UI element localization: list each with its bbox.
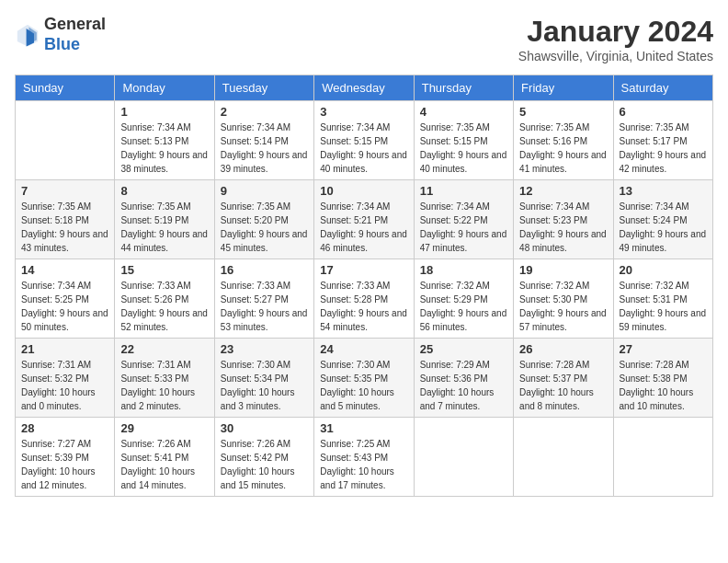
day-cell	[16, 101, 115, 180]
day-info: Sunrise: 7:34 AMSunset: 5:22 PMDaylight:…	[420, 201, 507, 253]
day-cell: 3 Sunrise: 7:34 AMSunset: 5:15 PMDayligh…	[314, 101, 414, 180]
day-header-monday: Monday	[115, 75, 214, 101]
day-cell	[514, 418, 613, 497]
week-row-1: 1 Sunrise: 7:34 AMSunset: 5:13 PMDayligh…	[16, 101, 713, 180]
day-cell	[613, 418, 712, 497]
day-info: Sunrise: 7:35 AMSunset: 5:19 PMDaylight:…	[120, 201, 208, 253]
logo: General Blue	[15, 15, 106, 54]
week-row-5: 28 Sunrise: 7:27 AMSunset: 5:39 PMDaylig…	[16, 418, 713, 497]
day-info: Sunrise: 7:34 AMSunset: 5:13 PMDaylight:…	[120, 122, 208, 174]
day-number: 19	[519, 263, 607, 277]
day-header-saturday: Saturday	[613, 75, 712, 101]
month-title: January 2024	[518, 15, 713, 49]
week-row-2: 7 Sunrise: 7:35 AMSunset: 5:18 PMDayligh…	[16, 180, 713, 259]
day-number: 29	[120, 421, 208, 435]
day-header-sunday: Sunday	[16, 75, 115, 101]
day-cell: 24 Sunrise: 7:30 AMSunset: 5:35 PMDaylig…	[314, 339, 414, 418]
day-cell: 4 Sunrise: 7:35 AMSunset: 5:15 PMDayligh…	[414, 101, 513, 180]
week-row-4: 21 Sunrise: 7:31 AMSunset: 5:32 PMDaylig…	[16, 339, 713, 418]
day-cell: 29 Sunrise: 7:26 AMSunset: 5:41 PMDaylig…	[115, 418, 214, 497]
day-info: Sunrise: 7:32 AMSunset: 5:30 PMDaylight:…	[519, 281, 607, 332]
day-cell: 17 Sunrise: 7:33 AMSunset: 5:28 PMDaylig…	[314, 259, 414, 339]
day-cell: 16 Sunrise: 7:33 AMSunset: 5:27 PMDaylig…	[214, 259, 313, 339]
day-cell: 26 Sunrise: 7:28 AMSunset: 5:37 PMDaylig…	[514, 339, 613, 418]
day-info: Sunrise: 7:30 AMSunset: 5:34 PMDaylight:…	[221, 360, 295, 411]
day-cell: 13 Sunrise: 7:34 AMSunset: 5:24 PMDaylig…	[613, 180, 712, 259]
day-number: 6	[620, 105, 707, 119]
day-number: 16	[221, 263, 308, 277]
calendar-header: SundayMondayTuesdayWednesdayThursdayFrid…	[16, 75, 713, 101]
day-info: Sunrise: 7:31 AMSunset: 5:32 PMDaylight:…	[21, 360, 96, 411]
week-row-3: 14 Sunrise: 7:34 AMSunset: 5:25 PMDaylig…	[16, 259, 713, 339]
day-info: Sunrise: 7:33 AMSunset: 5:26 PMDaylight:…	[120, 281, 208, 332]
day-info: Sunrise: 7:35 AMSunset: 5:20 PMDaylight:…	[221, 201, 308, 253]
day-info: Sunrise: 7:35 AMSunset: 5:15 PMDaylight:…	[420, 122, 507, 174]
day-number: 30	[221, 421, 308, 435]
day-number: 21	[21, 342, 108, 356]
day-number: 22	[120, 342, 208, 356]
day-number: 11	[420, 184, 507, 198]
day-number: 14	[21, 263, 108, 277]
day-info: Sunrise: 7:32 AMSunset: 5:31 PMDaylight:…	[620, 281, 707, 332]
day-info: Sunrise: 7:33 AMSunset: 5:27 PMDaylight:…	[221, 281, 308, 332]
day-cell: 18 Sunrise: 7:32 AMSunset: 5:29 PMDaylig…	[414, 259, 513, 339]
day-info: Sunrise: 7:34 AMSunset: 5:14 PMDaylight:…	[221, 122, 308, 174]
day-number: 25	[420, 342, 507, 356]
day-info: Sunrise: 7:28 AMSunset: 5:37 PMDaylight:…	[519, 360, 594, 411]
day-info: Sunrise: 7:35 AMSunset: 5:17 PMDaylight:…	[620, 122, 707, 174]
day-cell: 10 Sunrise: 7:34 AMSunset: 5:21 PMDaylig…	[314, 180, 414, 259]
day-cell: 12 Sunrise: 7:34 AMSunset: 5:23 PMDaylig…	[514, 180, 613, 259]
day-number: 28	[21, 421, 108, 435]
day-info: Sunrise: 7:29 AMSunset: 5:36 PMDaylight:…	[420, 360, 495, 411]
day-number: 27	[620, 342, 707, 356]
day-info: Sunrise: 7:26 AMSunset: 5:42 PMDaylight:…	[221, 439, 295, 490]
day-cell: 8 Sunrise: 7:35 AMSunset: 5:19 PMDayligh…	[115, 180, 214, 259]
day-info: Sunrise: 7:34 AMSunset: 5:21 PMDaylight:…	[320, 201, 407, 253]
day-info: Sunrise: 7:34 AMSunset: 5:23 PMDaylight:…	[519, 201, 607, 253]
day-cell: 25 Sunrise: 7:29 AMSunset: 5:36 PMDaylig…	[414, 339, 513, 418]
day-number: 15	[120, 263, 208, 277]
page-header: General Blue January 2024 Shawsville, Vi…	[15, 15, 713, 63]
day-number: 4	[420, 105, 507, 119]
day-number: 20	[620, 263, 707, 277]
day-info: Sunrise: 7:30 AMSunset: 5:35 PMDaylight:…	[320, 360, 394, 411]
day-number: 26	[519, 342, 607, 356]
location: Shawsville, Virginia, United States	[518, 49, 713, 63]
day-cell: 5 Sunrise: 7:35 AMSunset: 5:16 PMDayligh…	[514, 101, 613, 180]
day-header-friday: Friday	[514, 75, 613, 101]
day-cell: 1 Sunrise: 7:34 AMSunset: 5:13 PMDayligh…	[115, 101, 214, 180]
day-cell: 19 Sunrise: 7:32 AMSunset: 5:30 PMDaylig…	[514, 259, 613, 339]
day-number: 5	[519, 105, 607, 119]
day-cell: 30 Sunrise: 7:26 AMSunset: 5:42 PMDaylig…	[214, 418, 313, 497]
logo-text: General Blue	[44, 15, 106, 54]
day-number: 24	[320, 342, 407, 356]
day-info: Sunrise: 7:34 AMSunset: 5:24 PMDaylight:…	[620, 201, 707, 253]
day-number: 18	[420, 263, 507, 277]
day-header-wednesday: Wednesday	[314, 75, 414, 101]
day-cell: 20 Sunrise: 7:32 AMSunset: 5:31 PMDaylig…	[613, 259, 712, 339]
day-number: 7	[21, 184, 108, 198]
day-cell: 27 Sunrise: 7:28 AMSunset: 5:38 PMDaylig…	[613, 339, 712, 418]
day-cell: 14 Sunrise: 7:34 AMSunset: 5:25 PMDaylig…	[16, 259, 115, 339]
day-number: 2	[221, 105, 308, 119]
day-number: 13	[620, 184, 707, 198]
day-number: 12	[519, 184, 607, 198]
day-cell: 22 Sunrise: 7:31 AMSunset: 5:33 PMDaylig…	[115, 339, 214, 418]
day-info: Sunrise: 7:33 AMSunset: 5:28 PMDaylight:…	[320, 281, 407, 332]
day-cell: 23 Sunrise: 7:30 AMSunset: 5:34 PMDaylig…	[214, 339, 313, 418]
day-number: 23	[221, 342, 308, 356]
day-number: 9	[221, 184, 308, 198]
day-number: 10	[320, 184, 407, 198]
day-header-tuesday: Tuesday	[214, 75, 313, 101]
day-cell: 31 Sunrise: 7:25 AMSunset: 5:43 PMDaylig…	[314, 418, 414, 497]
day-info: Sunrise: 7:31 AMSunset: 5:33 PMDaylight:…	[120, 360, 195, 411]
logo-icon	[15, 22, 40, 48]
day-number: 17	[320, 263, 407, 277]
day-info: Sunrise: 7:35 AMSunset: 5:16 PMDaylight:…	[519, 122, 607, 174]
day-info: Sunrise: 7:28 AMSunset: 5:38 PMDaylight:…	[620, 360, 694, 411]
day-info: Sunrise: 7:34 AMSunset: 5:25 PMDaylight:…	[21, 281, 108, 332]
day-cell: 11 Sunrise: 7:34 AMSunset: 5:22 PMDaylig…	[414, 180, 513, 259]
day-number: 1	[120, 105, 208, 119]
day-cell: 21 Sunrise: 7:31 AMSunset: 5:32 PMDaylig…	[16, 339, 115, 418]
day-number: 3	[320, 105, 407, 119]
